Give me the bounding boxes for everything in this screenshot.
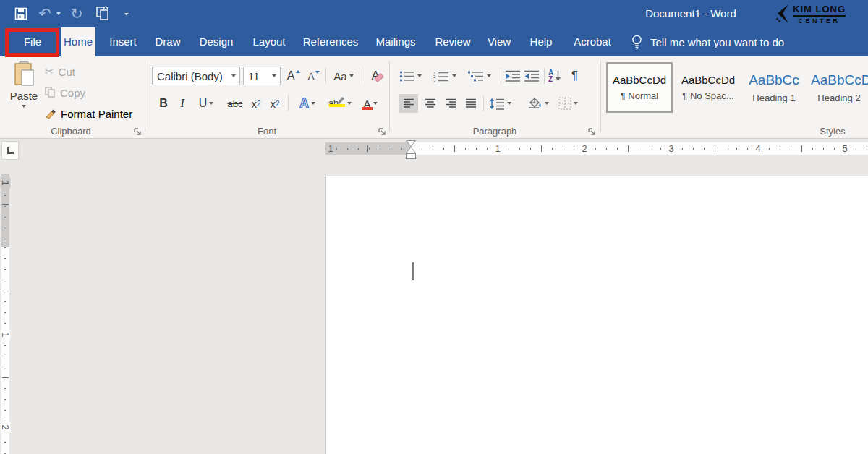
save-button[interactable] [12,0,30,27]
tab-mailings[interactable]: Mailings [370,27,421,56]
left-indent-marker[interactable] [406,153,416,159]
format-painter-button[interactable]: Format Painter [45,106,132,121]
text-highlight-button[interactable]: ab [326,94,354,113]
show-hide-marks-button[interactable]: ¶ [571,65,578,87]
ruler-number: 3 [666,142,676,155]
subscript-button[interactable]: x2 [247,94,265,113]
title-bar: ↶ ↻ Document1 - Word KIM LONG CENTER [0,0,868,27]
style-heading-1[interactable]: AaBbCc Heading 1 [744,62,804,113]
strikethrough-button[interactable]: abc [224,94,246,113]
horizontal-ruler-margin[interactable]: 1 [326,142,411,155]
brand-arrow-icon [775,4,790,24]
align-right-button[interactable] [441,94,460,113]
horizontal-ruler[interactable]: 1 2 3 4 5 [411,142,868,155]
chevron-down-icon [311,102,315,105]
italic-glyph: I [180,96,184,111]
group-separator [389,61,390,132]
copy-label: Copy [60,87,85,99]
justify-icon [465,98,477,108]
superscript-button[interactable]: x2 [266,94,284,113]
decrease-indent-button[interactable] [505,67,521,85]
font-color-button[interactable]: A [357,94,383,113]
tell-me-label: Tell me what you want to do [650,36,784,48]
sort-button[interactable]: A Z [548,65,561,87]
undo-button[interactable]: ↶ [36,0,54,27]
tab-acrobat[interactable]: Acrobat [569,27,616,56]
font-size-value: 11 [244,70,268,82]
style-heading-2[interactable]: AaBbCcD Heading 2 [807,62,868,113]
tab-stop-selector[interactable] [1,141,19,160]
bold-button[interactable]: B [155,94,172,113]
copy-button-qat[interactable] [93,0,113,27]
copy-icon [45,87,56,98]
increase-indent-button[interactable] [524,67,540,85]
save-icon [14,7,27,20]
customize-quick-access-button[interactable] [120,0,133,27]
clipboard-dialog-launcher[interactable] [133,127,142,136]
numbering-button[interactable]: 1 2 3 [433,67,456,85]
sort-z-glyph: Z [548,76,553,82]
paragraph-dialog-launcher[interactable] [587,127,597,136]
shading-button[interactable] [527,94,549,113]
tab-layout[interactable]: Layout [247,27,291,56]
tab-draw[interactable]: Draw [149,27,187,56]
multilevel-list-icon [467,70,485,82]
clear-formatting-button[interactable]: A [365,67,386,85]
ruler-tick-medium [367,145,368,152]
justify-button[interactable] [461,94,480,113]
ruler-row: 1 1 2 3 4 5 [0,139,868,163]
font-size-select[interactable]: 11 [243,67,281,85]
style-no-spacing[interactable]: AaBbCcDd ¶ No Spac... [676,62,741,113]
paste-button[interactable]: Paste [6,61,42,124]
style-preview: AaBbCcD [809,72,868,88]
hanging-indent-marker[interactable] [406,147,416,153]
align-left-button[interactable] [399,94,418,113]
grow-font-button[interactable]: A [285,67,302,85]
tab-insert[interactable]: Insert [104,27,142,56]
ruler-tick-medium [628,145,629,152]
shrink-font-button[interactable]: A [305,67,323,85]
tab-design[interactable]: Design [194,27,239,56]
ruler-tick-medium [454,145,455,152]
clipboard-group-label: Clipboard [0,126,142,137]
redo-button[interactable]: ↻ [68,0,85,27]
underline-button[interactable]: U [192,94,220,113]
group-separator [145,61,145,132]
document-area: 1 1 2 [0,163,868,454]
undo-dropdown[interactable] [55,0,62,27]
change-case-button[interactable]: Aa [331,67,356,85]
line-spacing-button[interactable] [489,94,511,113]
borders-button[interactable] [558,94,578,113]
bullets-button[interactable] [399,67,422,85]
small-separator [359,68,359,84]
style-normal[interactable]: AaBbCcDd ¶ Normal [606,62,673,113]
font-name-select[interactable]: Calibri (Body) [152,67,240,85]
tab-view[interactable]: View [483,27,515,56]
document-page[interactable] [326,176,868,454]
tab-review[interactable]: Review [430,27,476,56]
first-line-indent-marker[interactable] [406,140,416,147]
tab-help[interactable]: Help [525,27,557,56]
multilevel-list-button[interactable] [467,67,491,85]
tab-file[interactable]: File [7,27,58,56]
tab-home[interactable]: Home [61,27,95,56]
chevron-down-icon [507,102,511,105]
chevron-down-icon [349,74,354,77]
tell-me-search[interactable]: Tell me what you want to do [631,27,784,56]
align-center-button[interactable] [421,94,440,113]
caret-down-icon [315,71,320,74]
copy-button[interactable]: Copy [45,85,85,100]
superscript-digit: 2 [276,100,280,108]
tab-references[interactable]: References [299,27,362,56]
italic-button[interactable]: I [175,94,190,113]
dialog-launcher-icon [378,127,387,137]
text-effects-button[interactable]: A [294,94,321,113]
small-separator [483,95,484,111]
svg-text:3: 3 [433,78,436,82]
cut-button[interactable]: ✂ Cut [45,64,75,80]
chevron-down-icon [347,102,352,105]
customize-bar-icon [124,12,129,12]
vertical-ruler[interactable]: 1 1 2 [1,174,9,454]
font-dialog-launcher[interactable] [378,127,387,136]
pilcrow-glyph: ¶ [571,69,578,83]
